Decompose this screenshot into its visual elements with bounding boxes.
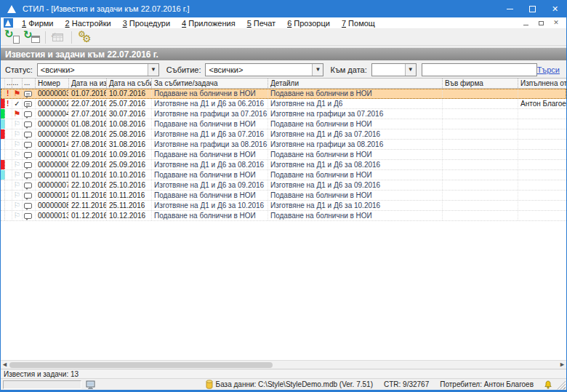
table-row[interactable]: ⚐0000001101.10.201610.10.2016Подаване на… [1, 170, 566, 180]
cell-d1: 22.11.2016 [69, 201, 107, 210]
database-path: База данни: C:\Style\StyleDemo.mdb (Ver.… [216, 380, 373, 388]
table-row[interactable]: ⚐0000001001.09.201610.09.2016Подаване на… [1, 150, 566, 160]
column-header-ex[interactable]: ... [5, 79, 12, 88]
menu-6[interactable]: 6 Прозорци [281, 18, 336, 28]
cell-bub [23, 119, 36, 129]
scroll-left-icon[interactable]: ◄ [1, 361, 9, 369]
scroll-right-icon[interactable]: ► [558, 361, 566, 369]
date-filter-combo[interactable]: ▼ [371, 63, 417, 76]
cell-ev: Подаване на болнични в НОИ [152, 191, 268, 200]
cell-d1: 27.07.2016 [69, 109, 107, 119]
table-row[interactable]: ⚐0000000901.08.201610.08.2016Подаване на… [1, 119, 566, 129]
cell-ex [5, 140, 12, 149]
cell-flag: ⚐ [12, 129, 23, 139]
column-header-by[interactable]: Изпълнена от [518, 79, 566, 88]
cell-num: 00000005 [36, 129, 69, 139]
refresh-window-button[interactable]: ↻ [23, 30, 42, 45]
cell-comp [443, 129, 518, 139]
cell-ev: Изготвяне на Д1 и Д6 за 08.2016 [152, 160, 268, 169]
cell-bub [23, 160, 36, 169]
flag-icon: ⚐ [14, 120, 21, 128]
status-filter-combo[interactable]: <всички> ▼ [37, 63, 159, 76]
statusbar-panel [3, 380, 81, 389]
cell-d2: 25.08.2016 [107, 129, 152, 139]
menu-2[interactable]: 2 Настройки [60, 18, 117, 28]
table-row[interactable]: !⚑0000000301.07.201610.07.2016Подаване н… [1, 89, 566, 99]
menu-5[interactable]: 5 Печат [241, 18, 282, 28]
column-header-comp[interactable]: Във фирма [443, 79, 518, 88]
mdi-child-icon[interactable] [4, 18, 13, 28]
document-icon [13, 36, 20, 44]
cell-comp [443, 170, 518, 180]
scrollbar-thumb[interactable] [9, 362, 273, 368]
cell-ev: Изготвяне на Д1 и Д6 за 09.2016 [152, 180, 268, 190]
mdi-restore-button[interactable] [536, 19, 545, 28]
table-row[interactable]: ⚐0000001301.12.201610.12.2016Подаване на… [1, 211, 566, 221]
menu-1[interactable]: 1 Фирми [16, 18, 60, 28]
settings-button[interactable]: ⚙ ⚙ [75, 30, 94, 45]
column-header-ev[interactable]: За събитие/задача [152, 79, 268, 88]
toolbar-separator [71, 31, 72, 44]
mdi-close-button[interactable]: ✕ [552, 19, 560, 28]
refresh-window-icon: ↻ [23, 30, 33, 41]
search-link[interactable]: Търси [537, 65, 560, 74]
horizontal-scrollbar[interactable]: ◄ ► [1, 360, 566, 369]
cell-num: 00000011 [36, 170, 69, 180]
table-row[interactable]: ⚐0000001201.11.201610.11.2016Подаване на… [1, 191, 566, 201]
close-button[interactable]: ✕ [544, 0, 566, 17]
menu-4[interactable]: 4 Приложения [176, 18, 241, 28]
cell-flag: ✓ [12, 99, 23, 108]
check-icon: ✓ [50, 31, 57, 40]
event-filter-combo[interactable]: <всички> ▼ [205, 63, 323, 76]
cell-num: 00000013 [36, 211, 69, 220]
minimize-button[interactable] [499, 0, 521, 17]
cell-flag: ⚑ [12, 89, 23, 98]
note-bubble-icon [24, 152, 32, 158]
menu-3[interactable]: 3 Процедури [117, 18, 176, 28]
note-bubble-icon [24, 121, 32, 127]
cell-ex [5, 170, 12, 180]
refresh-data-icon: ↻ [4, 29, 14, 40]
cell-comp [443, 99, 518, 108]
table-row[interactable]: ⚑0000000427.07.201630.07.2016Изготвяне н… [1, 109, 566, 119]
cell-bub [23, 129, 36, 139]
table-check-button: ✓ [49, 30, 68, 45]
search-input[interactable] [422, 63, 537, 76]
cell-det: Подаване на болнични в НОИ [268, 150, 443, 159]
column-header-num[interactable]: Номер [36, 79, 69, 88]
maximize-button[interactable] [521, 0, 544, 17]
menubar: 1 Фирми2 Настройки3 Процедури4 Приложени… [1, 17, 566, 29]
chevron-down-icon[interactable]: ▼ [312, 64, 323, 76]
cell-ev: Изготвяне на Д1 и Д6 за 07.2016 [152, 129, 268, 139]
chevron-down-icon[interactable]: ▼ [405, 64, 416, 76]
table-row[interactable]: ⚐0000000722.10.201625.10.2016Изготвяне н… [1, 180, 566, 191]
flag-icon: ⚐ [14, 161, 21, 169]
cell-ex [5, 119, 12, 129]
table-row[interactable]: ⚐0000000522.08.201625.08.2016Изготвяне н… [1, 129, 566, 140]
column-header-flag[interactable]: ... [12, 79, 23, 88]
done-check-icon: ✓ [14, 100, 20, 108]
mdi-minimize-button[interactable] [521, 19, 530, 28]
menu-7[interactable]: 7 Помощ [336, 18, 381, 28]
table-row[interactable]: ⚐0000000822.11.201625.11.2016Изготвяне н… [1, 201, 566, 211]
cell-d2: 10.07.2016 [107, 89, 152, 98]
column-header-d1[interactable]: Дата на изв... [69, 79, 107, 88]
chevron-down-icon[interactable]: ▼ [148, 64, 158, 76]
table-row[interactable]: !✓0000000222.07.201625.07.2016Изготвяне … [1, 99, 566, 109]
table-row[interactable]: ⚐0000000622.09.201625.09.2016Изготвяне н… [1, 160, 566, 170]
cell-flag: ⚐ [12, 170, 23, 180]
table-row[interactable]: ⚐0000001427.08.201631.08.2016Изготвяне н… [1, 140, 566, 150]
toolbar: ↻ ↻ ✓ ⚙ ⚙ [1, 29, 566, 46]
view-header: Известия и задачи към 22.07.2016 г. [1, 48, 566, 61]
column-header-det[interactable]: Детайли [268, 79, 443, 88]
column-header-d2[interactable]: Дата на събитие... [107, 79, 152, 88]
note-bubble-icon [24, 132, 32, 137]
resize-grip[interactable] [557, 381, 566, 390]
cell-by [518, 170, 566, 180]
bell-icon[interactable] [544, 380, 552, 389]
note-bubble-icon [24, 203, 32, 209]
cell-flag: ⚐ [12, 119, 23, 129]
refresh-data-button[interactable]: ↻ [3, 30, 23, 45]
note-bubble-icon [24, 91, 32, 97]
column-header-bub[interactable]: ... [23, 79, 36, 88]
